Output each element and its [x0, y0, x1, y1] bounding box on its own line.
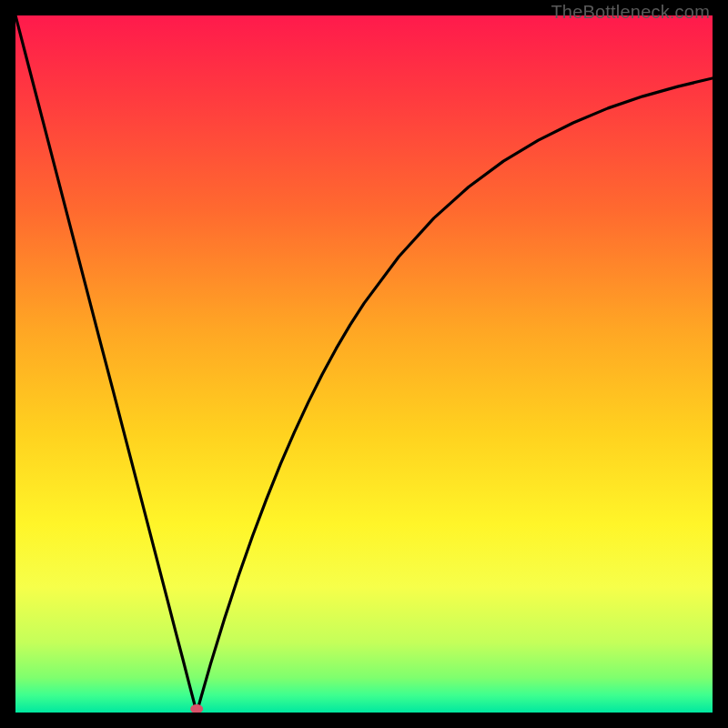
chart-frame: [15, 15, 713, 713]
watermark-text: TheBottleneck.com: [551, 2, 710, 23]
gradient-background: [15, 15, 713, 713]
bottleneck-chart: [15, 15, 713, 713]
